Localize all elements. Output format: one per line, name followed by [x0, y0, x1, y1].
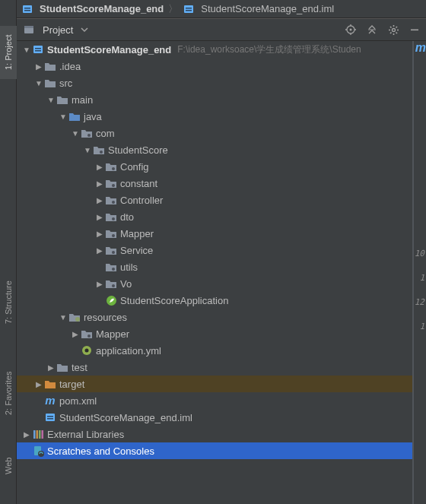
tree-row[interactable]: StudentScoreApplication [17, 292, 412, 309]
expand-arrow-icon[interactable]: ▶ [21, 430, 32, 439]
svg-point-35 [112, 251, 115, 254]
expand-arrow-icon[interactable]: ▼ [58, 313, 68, 322]
expand-arrow-icon[interactable]: ▶ [94, 179, 105, 188]
tree-node-label: StudentScoreApplication [120, 295, 228, 306]
expand-arrow-icon[interactable]: ▶ [33, 380, 44, 388]
svg-rect-43 [46, 414, 55, 421]
project-tool-icon [23, 24, 35, 36]
tree-row[interactable]: ▶Vo [17, 275, 412, 292]
tree-node-label: Scratches and Consoles [47, 445, 154, 457]
side-tab-web[interactable]: Web [0, 449, 17, 483]
tree-row[interactable]: ▶constant [17, 175, 412, 192]
locate-icon[interactable] [344, 23, 358, 36]
libraries-icon [32, 428, 44, 440]
dropdown-icon[interactable] [78, 23, 91, 36]
expand-arrow-icon[interactable]: ▶ [94, 213, 105, 221]
expand-arrow-icon[interactable]: ▶ [33, 62, 44, 71]
tree-row[interactable]: ▶External Libraries [17, 426, 412, 442]
tree-node-label: Service [120, 245, 153, 256]
side-tab-project[interactable]: 1: Project [0, 26, 17, 79]
tree-row[interactable]: ▶Controller [17, 192, 412, 208]
package-icon [105, 194, 117, 206]
expand-arrow-icon[interactable]: ▶ [94, 230, 105, 238]
line-number: 1 [419, 273, 424, 283]
tree-row[interactable]: StudentScoreManage_end.iml [17, 409, 412, 426]
expand-arrow-icon[interactable]: ▼ [82, 146, 93, 154]
tree-node-label: src [59, 78, 72, 89]
tree-row[interactable]: utils [17, 258, 412, 275]
tree-row[interactable]: ▶dto [17, 208, 412, 225]
mfile-icon: m [44, 395, 56, 407]
tree-node-label: constant [120, 178, 157, 189]
breadcrumb-file[interactable]: StudentScoreManage_end.iml [180, 3, 337, 15]
package-icon [105, 211, 117, 223]
tree-row[interactable]: ▶Mapper [17, 325, 412, 342]
path-hint: F:\idea_worksoace\学生成绩管理系统\Studen [177, 43, 361, 56]
tree-row[interactable]: ▼StudentScore [17, 141, 412, 158]
tree-row[interactable]: ▶Config [17, 158, 412, 175]
tree-row[interactable]: mpom.xml [17, 392, 412, 409]
module-icon [183, 3, 195, 15]
package-icon [105, 177, 117, 189]
svg-point-42 [85, 349, 89, 353]
tree-row[interactable]: ▶target [17, 376, 412, 392]
line-number: 1 [419, 322, 424, 331]
tree-node-label: utils [120, 262, 138, 273]
side-tab-favorites[interactable]: 2: Favorites [0, 363, 17, 423]
expand-arrow-icon[interactable]: ▼ [46, 96, 56, 104]
collapse-all-icon[interactable] [365, 23, 379, 36]
svg-point-32 [112, 201, 115, 204]
scratch-icon [32, 445, 44, 457]
tree-node-label: StudentScoreManage_end [47, 44, 171, 55]
side-tab-structure[interactable]: 7: Structure [0, 272, 17, 333]
svg-rect-48 [39, 430, 41, 439]
tree-row[interactable]: ▶.idea [17, 58, 412, 74]
tree-row[interactable]: ▶Service [17, 242, 412, 258]
svg-point-40 [87, 334, 91, 338]
tree-node-label: StudentScore [108, 144, 168, 156]
tree-node-label: Controller [120, 195, 163, 206]
expand-arrow-icon[interactable]: ▶ [94, 280, 105, 288]
tree-row[interactable]: ▼StudentScoreManage_endF:\idea_worksoace… [17, 41, 412, 58]
expand-arrow-icon[interactable]: ▶ [46, 363, 56, 372]
svg-rect-27 [35, 50, 41, 52]
expand-arrow-icon[interactable]: ▼ [33, 79, 44, 87]
tree-row[interactable]: ▶Mapper [17, 225, 412, 242]
tree-row[interactable]: ▼src [17, 74, 412, 91]
tree-row[interactable]: Scratches and Consoles [17, 442, 412, 459]
expand-arrow-icon[interactable]: ▶ [70, 330, 81, 338]
tree-node-label: Vo [120, 278, 132, 290]
project-tool-title: Project [43, 24, 73, 36]
folder-icon [56, 361, 68, 373]
breadcrumb-separator-icon: 〉 [167, 2, 180, 16]
tree-row[interactable]: ▶test [17, 359, 412, 376]
svg-point-9 [350, 29, 352, 31]
file-type-marker: m [415, 41, 426, 55]
svg-rect-4 [186, 8, 192, 9]
svg-line-23 [396, 27, 397, 28]
expand-arrow-icon[interactable]: ▼ [70, 129, 81, 138]
tree-node-label: target [59, 379, 84, 390]
gear-icon[interactable] [386, 23, 400, 36]
svg-rect-2 [24, 10, 30, 11]
expand-arrow-icon[interactable]: ▶ [94, 163, 105, 171]
expand-arrow-icon[interactable]: ▼ [58, 113, 68, 121]
expand-arrow-icon[interactable]: ▶ [94, 196, 105, 204]
svg-rect-3 [184, 5, 193, 13]
tree-row[interactable]: ▼java [17, 108, 412, 125]
tree-row[interactable]: ▼resources [17, 309, 412, 325]
breadcrumb-project[interactable]: StudentScoreManage_end [18, 3, 167, 15]
package-icon [81, 328, 93, 340]
editor-gutter: m 101121 [412, 41, 426, 504]
tree-row[interactable]: ▼main [17, 91, 412, 108]
spring-icon [105, 294, 117, 306]
svg-rect-24 [411, 30, 418, 31]
minimize-icon[interactable] [408, 23, 421, 36]
expand-arrow-icon[interactable]: ▼ [21, 46, 32, 54]
breadcrumb-file-label: StudentScoreManage_end.iml [201, 3, 334, 14]
expand-arrow-icon[interactable]: ▶ [94, 246, 105, 255]
tree-row[interactable]: ▼com [17, 125, 412, 141]
folder-src-icon [68, 110, 81, 122]
svg-point-37 [112, 284, 115, 287]
tree-row[interactable]: application.yml [17, 342, 412, 359]
